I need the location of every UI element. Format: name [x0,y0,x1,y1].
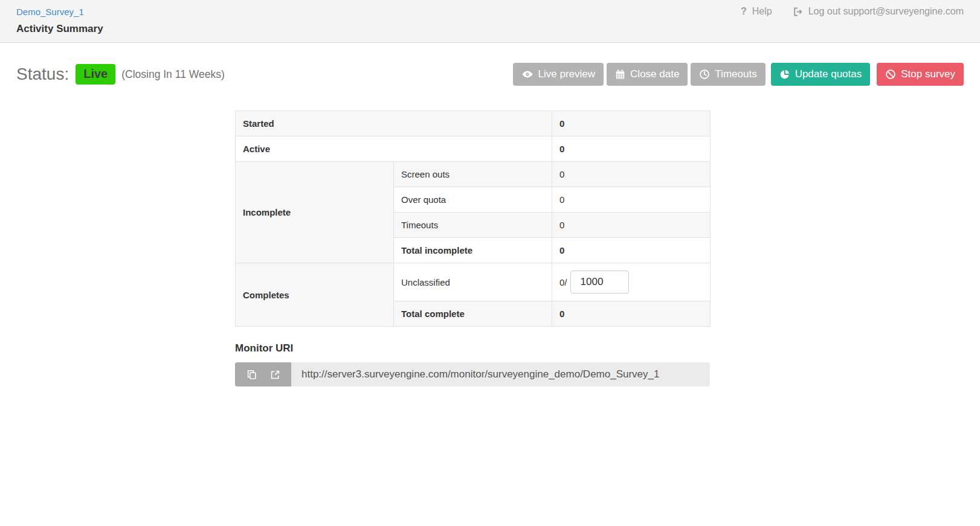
row-value: 0 [552,187,711,213]
monitor-uri-label: Monitor URI [235,342,710,354]
row-label: Total complete [394,301,552,327]
group-label-completes: Completes [236,263,394,327]
row-label: Started [236,111,552,136]
monitor-uri-actions [235,362,291,386]
open-uri-button[interactable] [269,369,281,380]
status-row: Status: Live (Closing In 11 Weeks) Live … [0,63,980,86]
external-link-icon [269,369,281,380]
status-note: (Closing In 11 Weeks) [121,68,225,81]
row-label: Unclassified [394,263,552,301]
survey-name-link[interactable]: Demo_Survey_1 [16,7,84,17]
row-value: 0 [552,136,711,162]
status-label: Status: [16,65,69,84]
pie-chart-icon [779,69,790,80]
header-actions: ? Help Log out support@surveyengine.com [741,6,964,17]
copy-icon [246,369,257,380]
table-row-started: Started 0 [236,111,711,136]
close-date-button[interactable]: Close date [607,63,688,86]
row-label: Screen outs [394,162,552,187]
help-label: Help [752,6,772,17]
monitor-uri-bar: http://server3.surveyengine.com/monitor/… [235,362,710,386]
button-label: Timeouts [715,68,756,80]
quota-count: 0/ [559,277,567,287]
live-preview-button[interactable]: Live preview [513,63,604,86]
logout-link[interactable]: Log out support@surveyengine.com [793,6,964,17]
timeouts-button[interactable]: Timeouts [691,63,765,86]
button-label: Live preview [538,68,596,80]
button-label: Stop survey [901,68,955,80]
row-label: Timeouts [394,213,552,238]
clock-icon [699,69,710,80]
row-value: 0/ [552,263,711,301]
row-value: 0 [552,238,711,263]
activity-summary-table: Started 0 Active 0 Incomplete Screen out… [235,111,711,327]
sign-out-icon [793,7,803,17]
page-title: Activity Summary [16,23,964,35]
button-label: Close date [630,68,679,80]
row-value: 0 [552,111,711,136]
table-row-screen-outs: Incomplete Screen outs 0 [236,162,711,187]
calendar-icon [615,69,625,80]
ban-icon [885,69,896,80]
group-label-incomplete: Incomplete [236,162,394,263]
monitor-uri-value: http://server3.surveyengine.com/monitor/… [291,362,710,386]
question-icon: ? [741,6,747,17]
help-link[interactable]: ? Help [741,6,772,17]
row-label: Active [236,136,552,162]
row-label: Total incomplete [394,238,552,263]
stop-survey-button[interactable]: Stop survey [877,63,964,86]
table-row-unclassified: Completes Unclassified 0/ [236,263,711,301]
update-quotas-button[interactable]: Update quotas [771,63,871,86]
status-badge: Live [76,64,115,85]
row-value: 0 [552,213,711,238]
row-value: 0 [552,301,711,327]
button-label: Update quotas [795,68,862,80]
quota-limit-input[interactable] [570,271,629,293]
copy-uri-button[interactable] [246,369,257,380]
logout-label: Log out support@surveyengine.com [808,6,964,17]
table-row-active: Active 0 [236,136,711,162]
eye-icon [521,68,534,80]
row-label: Over quota [394,187,552,213]
app-header: Demo_Survey_1 Activity Summary ? Help Lo… [0,0,980,43]
survey-actions: Live preview Close date [513,63,964,86]
row-value: 0 [552,162,711,187]
